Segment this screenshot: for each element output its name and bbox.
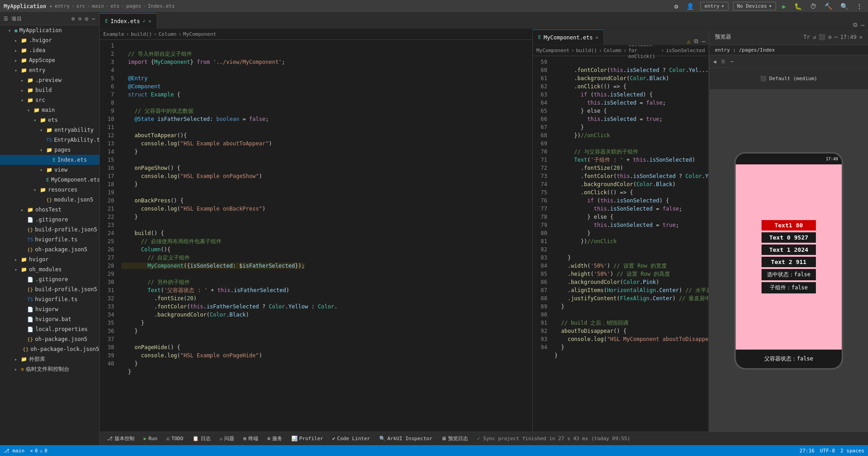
entry-dropdown[interactable]: entry ▾ [700,2,728,10]
issues-btn[interactable]: ⚠ 问题 [216,434,238,443]
sidebar-item-hvigor[interactable]: ▸ 📁 .hvigor [0,35,99,45]
build-icon[interactable]: 🔨 [823,2,834,11]
profiler-btn[interactable]: 📊 Profiler [288,435,327,442]
preview-close-icon[interactable]: ✕ [859,34,863,40]
sidebar-item-main[interactable]: ▾ 📁 main [0,105,99,115]
sidebar-item-oh-package-lock[interactable]: {} oh-package-lock.json5 [0,344,99,354]
sidebar-item-hvigor-root[interactable]: ▸ 📁 hvigor [0,254,99,264]
son-component-value: 子组件：false [770,284,808,291]
sidebar-item-appscope[interactable]: ▸ 📁 AppScope [0,55,99,65]
phone-time: 17:49 [826,157,838,161]
arkui-inspector-btn[interactable]: 🔍 ArkUI Inspector [376,435,436,442]
run-btn[interactable]: ▶ Run [140,435,161,442]
debug-icon[interactable]: 🐛 [792,2,804,11]
sidebar-item-oh-package[interactable]: {} oh-package.json5 [0,245,99,254]
preview-device-icon[interactable]: ⬛ [819,34,825,40]
sidebar-expand-icon[interactable]: ⊕ [72,15,76,22]
tab-close-icon[interactable]: ✕ [149,19,151,24]
status-git[interactable]: ⎇ main [4,448,24,454]
tab-close-icon2[interactable]: ✕ [595,35,598,40]
sidebar-item-idea[interactable]: ▸ 📁 .idea [0,45,99,55]
sidebar-item-oh-modules[interactable]: ▾ 📁 oh_modules [0,264,99,274]
sidebar-item-root-oh-package[interactable]: {} oh-package.json5 [0,334,99,344]
status-indent[interactable]: 2 spaces [840,448,864,454]
sidebar-item-external-libs[interactable]: ▸ 📁 外部库 [0,354,99,364]
code-content-editor2[interactable]: 5960616263 6465666768 6970717273 7475767… [533,56,709,432]
run-icon[interactable]: ▶ [781,2,788,11]
tab-actions-editor2: ⚠ ⧉ ⋯ [683,38,709,45]
version-control-btn[interactable]: ⎇ 版本控制 [103,434,138,443]
sidebar-item-src[interactable]: ▾ 📁 src [0,95,99,105]
code-content-editor1[interactable]: 12345 678910 1112131415 1617181920 21222… [100,40,532,432]
sidebar-item-ohostest[interactable]: ▸ 📁 ohosTest [0,205,99,215]
file-icon: 📄 [27,217,34,223]
sidebar-item-module-json5[interactable]: {} module.json5 [0,195,99,205]
sidebar-item-hvigorfile[interactable]: TS hvigorfile.ts [0,235,99,245]
sidebar-item-oh-modules-gitignore[interactable]: 📄 .gitignore [0,274,99,284]
more-nav-icon[interactable]: ⋯ [730,58,733,65]
sidebar-item-pages[interactable]: ▾ 📁 pages [0,145,99,155]
sidebar-item-temp-files[interactable]: ▸ ⚙ 临时文件和控制台 [0,364,99,374]
folder-icon: 📁 [40,187,46,193]
split-icon2[interactable]: ⧉ [694,38,698,45]
user-icon[interactable]: 👤 [685,2,696,11]
code-linter-btn[interactable]: ✔ Code Linter [328,435,373,442]
settings-icon[interactable]: ⚙ [673,2,680,11]
preview-log-btn[interactable]: 🖥 预览日志 [438,434,472,443]
bc-src: src [76,3,85,9]
sidebar-item-root-hvigorfile[interactable]: TS hvigorfile.ts [0,294,99,304]
line-numbers-editor1: 12345 678910 1112131415 1617181920 21222… [100,40,118,432]
split-icon[interactable]: ⧉ [853,21,857,29]
sidebar-item-hvigorw-bat[interactable]: 📄 hvigorw.bat [0,314,99,324]
code-lines-editor1[interactable]: // 导入外部自定义子组件 import {MyComponent} from … [118,40,532,432]
preview-refresh-icon[interactable]: ↺ [813,34,816,40]
todo-btn[interactable]: ☑ TODO [163,435,187,442]
sidebar-item-preview[interactable]: ▸ 📁 .preview [0,75,99,85]
sidebar-item-index-ets[interactable]: E Index.ets [0,155,99,165]
status-encoding[interactable]: UTF-8 [820,448,835,454]
tab-mycomponent-ets[interactable]: E MyComponent.ets ✕ [533,29,604,45]
sync-message: ✓ Sync project finished in 27 s 43 ms (t… [477,436,630,442]
more-icon[interactable]: ⋮ [854,2,864,11]
status-position[interactable]: 27:16 [800,448,815,454]
sidebar-item-resources[interactable]: ▾ 📁 resources [0,185,99,195]
preview-more-icon[interactable]: ⋯ [834,34,837,40]
status-errors[interactable]: ✕ 0 ⚠ 0 [30,448,48,454]
preview-settings-icon[interactable]: ⚙ [828,34,831,40]
sidebar-item-entryability-ts[interactable]: TS EntryAbility.ts [0,135,99,145]
sidebar-settings-icon[interactable]: ⚙ [85,15,89,22]
log-btn[interactable]: 📋 日志 [189,434,214,443]
prev-nav-icon[interactable]: ◀ [713,58,716,65]
sidebar-item-entry[interactable]: ▾ 📁 entry [0,65,99,75]
preview-font-icon[interactable]: Tr [803,34,810,40]
more-tab-icon2[interactable]: ⋯ [702,38,705,45]
sidebar-more-icon[interactable]: ⋯ [92,15,96,22]
sidebar-item-hvigorw[interactable]: 📄 hvigorw [0,304,99,314]
tab-index-ets[interactable]: E Index.ets ✓ ✕ [100,13,157,29]
sidebar-item-build[interactable]: ▸ 📁 build [0,85,99,95]
services-btn[interactable]: ⚙ 服务 [264,434,286,443]
sidebar-header-label: 项目 [11,15,22,22]
folder-icon: 📁 [21,257,27,263]
sidebar-item-myapp[interactable]: ▾ ◉ MyApplication [0,25,99,35]
tree-label: MyApplication [19,27,62,34]
search-icon[interactable]: 🔍 [839,2,850,11]
result-btn[interactable]: ⊞ 终端 [240,434,262,443]
sidebar-item-entryability[interactable]: ▾ 📁 entryability [0,125,99,135]
bc-indexets: Index.ets [148,3,175,9]
tree-label: hvigorfile.ts [35,296,77,302]
bc-ets: ets [111,3,120,9]
more-tab-icon[interactable]: ⋯ [861,22,864,29]
sidebar-item-mycomponent-ets[interactable]: E MyComponent.ets [0,175,99,185]
code-lines-editor2[interactable]: .fontColor(this.isSelected ? Color.Yel..… [551,56,709,432]
copy-icon[interactable]: ⎘ [722,58,725,65]
sidebar-item-view[interactable]: ▾ 📁 view [0,165,99,175]
sidebar-item-ets[interactable]: ▾ 📁 ets [0,115,99,125]
sidebar-item-build-profile[interactable]: {} build-profile.json5 [0,225,99,235]
sidebar-item-root-build-profile[interactable]: {} build-profile.json5 [0,284,99,294]
sidebar-item-local-properties[interactable]: 📄 local.properties [0,324,99,334]
devices-dropdown[interactable]: No Devices ▾ [733,2,776,10]
sidebar-item-gitignore[interactable]: 📄 .gitignore [0,215,99,225]
profile-icon[interactable]: ⏱ [808,2,818,11]
sidebar-collapse-icon[interactable]: ⊖ [78,15,82,22]
